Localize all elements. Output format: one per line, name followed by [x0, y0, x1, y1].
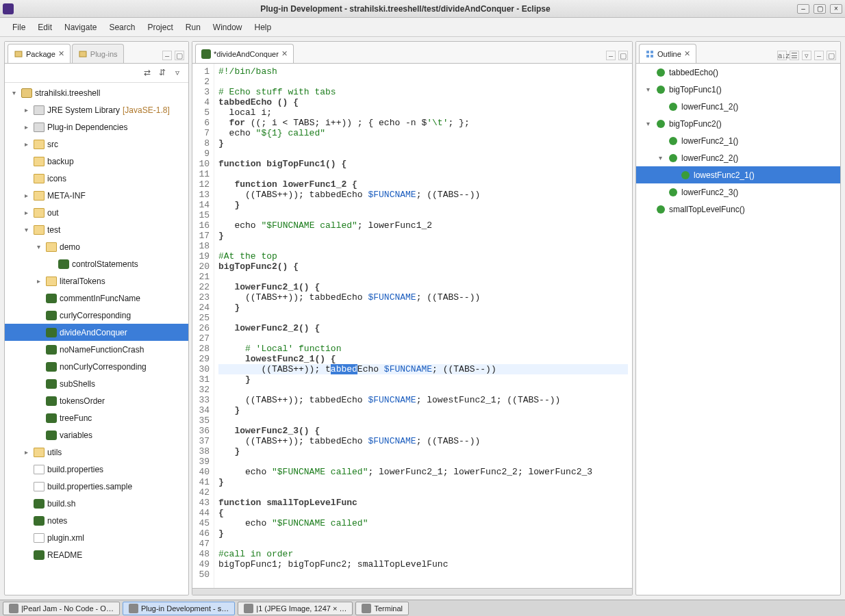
editor-scrollbar[interactable] [192, 588, 632, 595]
twistie-icon[interactable] [655, 154, 665, 162]
task-label: Terminal [374, 604, 403, 613]
twistie-icon[interactable] [21, 192, 31, 199]
twistie-icon[interactable] [21, 226, 31, 233]
collapse-all-icon[interactable]: ⇄ [142, 68, 153, 79]
code-editor[interactable]: 1234567891011121314151617181920212223242… [192, 64, 632, 588]
tree-item[interactable]: controlStatements [5, 255, 188, 272]
tree-label: icons [47, 174, 66, 183]
editor-tab-label: *divideAndConquer [214, 50, 279, 58]
tree-item[interactable]: strahilski.treeshell [5, 84, 188, 101]
taskbar-entry[interactable]: |1 (JPEG Image, 1247 × … [238, 602, 353, 615]
tree-item[interactable]: nonCurlyCorresponding [5, 358, 188, 375]
taskbar-entry[interactable]: Terminal [355, 602, 409, 615]
close-icon[interactable]: ✕ [684, 49, 690, 58]
filter-icon[interactable]: ☰ [790, 51, 799, 60]
file-icon [34, 482, 45, 491]
twistie-icon[interactable] [34, 277, 43, 285]
menu-file[interactable]: File [7, 20, 31, 35]
function-icon [669, 188, 677, 196]
tree-item[interactable]: subShells [5, 375, 188, 392]
outline-item[interactable]: lowerFunc2_1() [636, 132, 840, 149]
menu-navigate[interactable]: Navigate [59, 20, 102, 35]
outline-item[interactable]: smallTopLevelFunc() [636, 201, 840, 218]
minimize-view-icon[interactable]: – [162, 51, 172, 60]
menu-run[interactable]: Run [180, 20, 206, 35]
tree-item[interactable]: noNameFunctionCrash [5, 341, 188, 358]
maximize-view-icon[interactable]: ▢ [827, 51, 836, 60]
code-area[interactable]: #!/bin/bash # Echo stuff with tabstabbed… [214, 64, 632, 588]
taskbar-entry[interactable]: |Pearl Jam - No Code - O… [3, 602, 120, 615]
maximize-button[interactable]: ▢ [814, 4, 826, 14]
twistie-icon[interactable] [21, 448, 31, 456]
tree-item[interactable]: build.sh [5, 495, 188, 512]
tree-item[interactable]: out [5, 204, 188, 221]
tree-item[interactable]: src [5, 136, 188, 153]
twistie-icon[interactable] [34, 243, 43, 251]
sort-icon[interactable]: a↓z [777, 51, 787, 60]
close-icon[interactable]: ✕ [58, 49, 64, 58]
minimize-view-icon[interactable]: – [814, 51, 824, 60]
minimize-view-icon[interactable]: – [606, 51, 616, 60]
twistie-icon[interactable] [21, 140, 31, 148]
tree-item[interactable]: build.properties.sample [5, 478, 188, 495]
menu-search[interactable]: Search [103, 20, 140, 35]
tree-item[interactable]: literalTokens [5, 272, 188, 290]
tree-item[interactable]: META-INF [5, 187, 188, 204]
menu-window[interactable]: Window [207, 20, 248, 35]
function-icon [669, 137, 677, 145]
tree-item[interactable]: curlyCorresponding [5, 307, 188, 324]
outline-item[interactable]: bigTopFunc2() [636, 115, 840, 132]
outline-tab[interactable]: Outline ✕ [639, 44, 696, 63]
view-menu-icon[interactable]: ▿ [802, 51, 811, 60]
function-icon [681, 171, 690, 179]
tree-item[interactable]: tokensOrder [5, 392, 188, 409]
outline-item[interactable]: bigTopFunc1() [636, 81, 840, 98]
view-tab-plug-ins[interactable]: Plug-ins [72, 44, 124, 63]
tree-item[interactable]: build.properties [5, 461, 188, 478]
package-tree[interactable]: strahilski.treeshellJRE System Library [… [5, 83, 188, 595]
outline-item[interactable]: lowerFunc2_2() [636, 149, 840, 166]
tree-item[interactable]: plugin.xml [5, 529, 188, 546]
outline-item[interactable]: lowerFunc2_3() [636, 183, 840, 201]
link-editor-icon[interactable]: ⇵ [157, 68, 168, 79]
tree-item[interactable]: variables [5, 426, 188, 444]
tree-item[interactable]: demo [5, 238, 188, 255]
tree-item[interactable]: test [5, 221, 188, 238]
outline-item[interactable]: tabbedEcho() [636, 64, 840, 81]
outline-tree[interactable]: tabbedEcho()bigTopFunc1()lowerFunc1_2()b… [636, 64, 840, 595]
tree-item[interactable]: divideAndConquer [5, 324, 188, 341]
outline-item[interactable]: lowestFunc2_1() [636, 166, 840, 183]
twistie-icon[interactable] [9, 89, 18, 97]
minimize-button[interactable]: – [797, 4, 809, 14]
twistie-icon[interactable] [21, 106, 31, 114]
taskbar-entry[interactable]: Plug-in Development - s… [123, 602, 235, 615]
tree-item[interactable]: icons [5, 170, 188, 187]
tree-item[interactable]: JRE System Library [JavaSE-1.8] [5, 101, 188, 118]
tree-item[interactable]: commentInFuncName [5, 290, 188, 307]
tree-item[interactable]: notes [5, 512, 188, 529]
tree-label: README [47, 550, 82, 560]
maximize-view-icon[interactable]: ▢ [618, 51, 628, 60]
tree-label: strahilski.treeshell [35, 88, 100, 98]
menu-edit[interactable]: Edit [32, 20, 58, 35]
tree-item[interactable]: treeFunc [5, 409, 188, 426]
menu-help[interactable]: Help [249, 20, 277, 35]
tree-item[interactable]: utils [5, 444, 188, 461]
tree-item[interactable]: Plug-in Dependencies [5, 118, 188, 136]
outline-item[interactable]: lowerFunc1_2() [636, 98, 840, 115]
close-icon[interactable]: ✕ [281, 49, 288, 58]
view-tab-package[interactable]: Package✕ [8, 44, 71, 63]
tree-item[interactable]: backup [5, 153, 188, 170]
view-menu-icon[interactable]: ▿ [172, 68, 183, 79]
twistie-icon[interactable] [21, 209, 31, 216]
editor-tab-active[interactable]: *divideAndConquer ✕ [195, 44, 294, 63]
twistie-icon[interactable] [643, 86, 653, 93]
tree-label: META-INF [47, 191, 86, 201]
maximize-view-icon[interactable]: ▢ [175, 51, 184, 60]
menu-project[interactable]: Project [142, 20, 178, 35]
tree-item[interactable]: README [5, 546, 188, 563]
close-button[interactable]: × [830, 4, 842, 14]
twistie-icon[interactable] [643, 120, 653, 127]
fold-icon [34, 208, 45, 218]
twistie-icon[interactable] [21, 123, 31, 131]
